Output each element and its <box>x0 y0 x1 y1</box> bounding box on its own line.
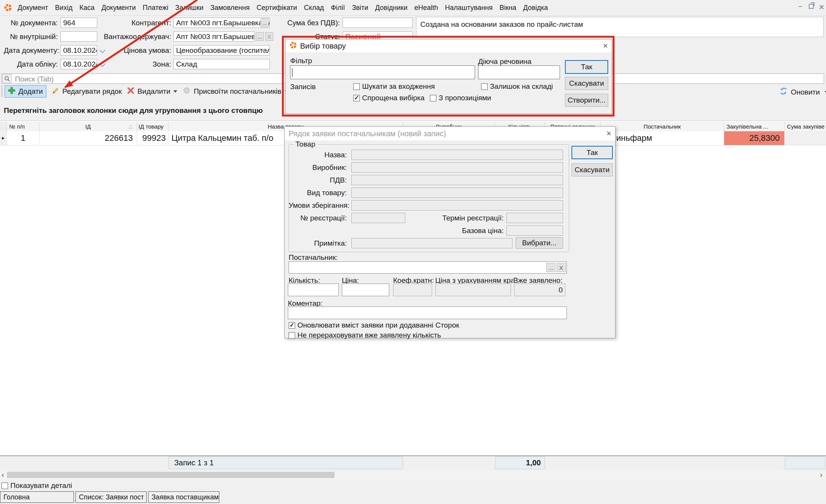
consignee-field[interactable]: Апт №003 пгт.Барышевка, ул.К <box>173 31 255 42</box>
menu-bar: Документ Вихід Каса Документи Платежі За… <box>0 0 826 16</box>
close-icon[interactable]: × <box>606 130 611 137</box>
menu-item-help[interactable]: Довідка <box>523 4 548 12</box>
menu-item-stock[interactable]: Залишки <box>175 4 204 12</box>
search-icon[interactable] <box>2 74 12 83</box>
cancel-button[interactable]: Скасувати <box>565 77 608 90</box>
minimize-icon[interactable]: – <box>798 2 802 10</box>
menu-item-branches[interactable]: Філії <box>331 4 345 12</box>
stock-remainder-box[interactable] <box>481 83 488 90</box>
menu-item-kasa[interactable]: Каса <box>79 4 95 12</box>
quantity-total-box: 1,00 <box>495 457 545 469</box>
refresh-button[interactable]: Оновити <box>779 87 826 97</box>
contragent-field[interactable]: Апт №003 пгт.Барышевка, ул.Киев <box>173 18 270 28</box>
delete-x-icon <box>127 87 134 96</box>
update-request-checkbox-box[interactable]: ✓ <box>289 322 295 329</box>
supplier-clear-button[interactable]: X <box>557 263 566 272</box>
filter-input[interactable] <box>290 65 475 79</box>
restore-icon[interactable] <box>809 4 814 9</box>
menu-item-reports[interactable]: Звіти <box>352 4 368 12</box>
price-condition-field[interactable]: Ценообразование (госпиталь) <box>173 45 270 55</box>
close-icon[interactable]: × <box>819 2 824 12</box>
no-recalc-checkbox-box[interactable] <box>289 332 295 339</box>
show-details-checkbox[interactable]: Показувати деталі <box>2 481 72 490</box>
ok-button[interactable]: Так <box>565 60 608 74</box>
ok-button[interactable]: Так <box>571 146 613 159</box>
update-request-checkbox[interactable]: ✓ Оновлювати вміст заявки при додаванні … <box>289 321 459 329</box>
choose-button[interactable]: Вибрати... <box>516 237 563 249</box>
consignee-picker-button[interactable]: ... <box>256 32 264 41</box>
search-by-occurrence-checkbox[interactable]: Шукати за входження <box>353 82 435 91</box>
column-header-product-id[interactable]: ІД товару <box>137 122 168 131</box>
comment-field[interactable] <box>288 307 567 319</box>
assign-suppliers-button[interactable]: Присвоїти постачальників <box>183 86 288 96</box>
menu-item-document[interactable]: Документ <box>18 4 48 12</box>
request-row-dialog-titlebar[interactable]: Рядок заявки постачальникам (новий запис… <box>285 127 615 140</box>
sum-without-vat-field[interactable] <box>343 18 413 28</box>
note-field <box>351 238 513 248</box>
menu-item-ehealth[interactable]: eHealth <box>415 4 438 12</box>
tab-supplier-request[interactable]: Заявка поставщикам .. <box>148 491 219 503</box>
menu-item-warehouse[interactable]: Склад <box>304 4 324 12</box>
price-field[interactable] <box>342 284 389 296</box>
show-details-label: Показувати деталі <box>10 481 72 490</box>
header-marker-cell <box>0 122 7 131</box>
product-kind-label: Вид товару: <box>289 188 347 198</box>
menu-item-documents[interactable]: Документи <box>101 4 136 12</box>
add-button[interactable]: Додати <box>5 85 46 98</box>
tab-request-list[interactable]: Список: Заявки пост ... <box>75 491 147 503</box>
app-icon <box>4 3 12 13</box>
column-header-purchase-sum[interactable]: Сума закупіве <box>785 122 826 131</box>
text-cursor <box>292 68 292 77</box>
edit-row-button[interactable]: Редагувати рядок <box>52 87 122 96</box>
supplier-picker-button[interactable]: ... <box>546 263 555 272</box>
menu-item-exit[interactable]: Вихід <box>55 4 73 12</box>
delete-button[interactable]: Видалити <box>127 87 177 96</box>
column-header-purchase-price[interactable]: Закупівельна ... <box>724 122 785 131</box>
stock-remainder-checkbox[interactable]: Залишок на складі <box>481 82 553 91</box>
column-header-supplier[interactable]: Постачальник <box>601 122 724 131</box>
bottom-tabs: Головна Список: Заявки пост ... Заявка п… <box>0 491 826 503</box>
menu-item-orders[interactable]: Замовлення <box>211 4 250 12</box>
cancel-button[interactable]: Скасувати <box>571 163 613 176</box>
simplified-selection-box[interactable]: ✓ <box>353 95 360 101</box>
product-select-dialog: Вибір товару × Фільтр Діюча речовина Зап… <box>285 39 612 114</box>
document-note-panel[interactable]: Создана на основании заказов по прайс-ли… <box>416 17 824 37</box>
menu-item-payments[interactable]: Платежі <box>143 4 168 12</box>
producer-field <box>351 162 563 173</box>
substance-input[interactable] <box>478 65 560 79</box>
product-select-dialog-titlebar[interactable]: Вибір товару × <box>286 39 612 52</box>
contragent-picker-button[interactable]: ... <box>261 18 269 27</box>
show-details-checkbox-box[interactable] <box>2 483 8 489</box>
quantity-field[interactable] <box>288 284 339 296</box>
pencil-icon <box>52 87 59 96</box>
scroll-right-icon[interactable]: › <box>820 470 823 479</box>
no-recalc-checkbox[interactable]: Не перераховувати вже заявлену кількість <box>289 331 441 339</box>
menu-item-windows[interactable]: Вікна <box>500 4 516 12</box>
column-header-id[interactable]: ІД <box>39 122 137 131</box>
tab-main[interactable]: Головна <box>0 491 74 503</box>
column-header-npp[interactable]: № п/п <box>7 122 39 131</box>
vat-label: ПДВ: <box>289 175 347 185</box>
with-proposals-box[interactable] <box>430 95 436 101</box>
supplier-field[interactable] <box>289 261 567 274</box>
close-icon[interactable]: × <box>603 42 608 50</box>
filter-label: Фільтр <box>290 55 312 66</box>
contragent-label: Контрагент: <box>92 18 171 28</box>
horizontal-scrollbar[interactable]: ‹ › <box>0 471 826 480</box>
zone-field[interactable]: Склад <box>173 59 270 69</box>
refresh-dropdown-icon[interactable] <box>824 91 826 93</box>
toolbar-grip[interactable] <box>1 86 3 97</box>
scrollbar-thumb[interactable] <box>7 472 335 478</box>
menu-item-settings[interactable]: Налаштування <box>445 4 493 12</box>
delete-dropdown-icon[interactable] <box>173 90 177 93</box>
product-kind-field <box>351 188 563 198</box>
sort-ascending-icon[interactable]: △ <box>129 123 132 129</box>
search-by-occurrence-box[interactable] <box>353 83 360 90</box>
scroll-left-icon[interactable]: ‹ <box>2 470 4 479</box>
menu-item-certificates[interactable]: Сертифікати <box>256 4 297 12</box>
simplified-selection-checkbox[interactable]: ✓ Спрощена вибірка <box>353 94 424 102</box>
menu-item-directories[interactable]: Довідники <box>375 4 407 12</box>
with-proposals-checkbox[interactable]: З пропозиціями <box>430 94 491 102</box>
add-button-label: Додати <box>18 87 43 96</box>
create-button[interactable]: Створити... <box>565 94 608 107</box>
